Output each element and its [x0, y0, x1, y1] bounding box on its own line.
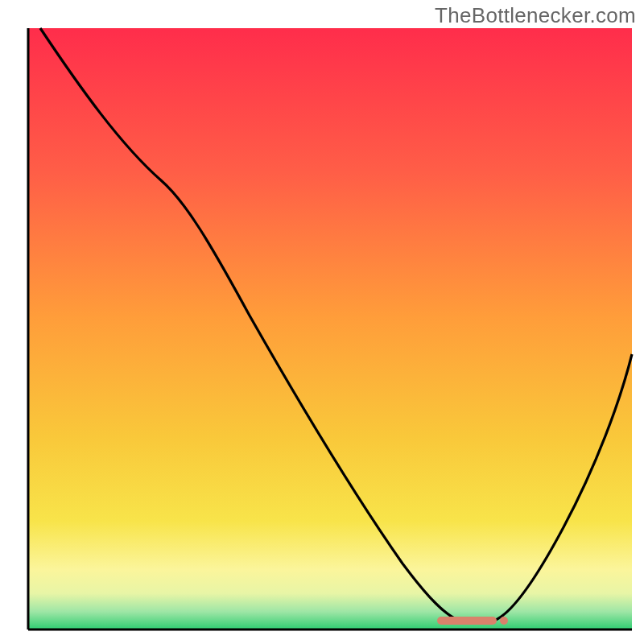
plot-background [28, 28, 632, 630]
watermark-text: TheBottlenecker.com [435, 3, 636, 28]
chart-svg [0, 0, 644, 644]
chart-container: TheBottlenecker.com [0, 0, 644, 644]
svg-point-1 [500, 617, 508, 625]
